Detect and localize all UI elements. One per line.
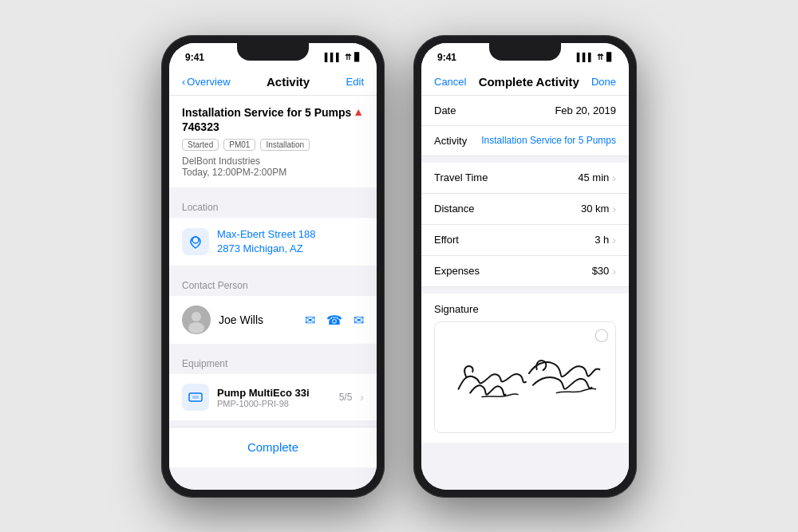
location-card[interactable]: Max-Ebert Street 188 2873 Michigan, AZ [169,218,377,266]
equipment-count: 5/5 [339,392,353,403]
distance-value: 30 km [581,203,609,215]
tag-pm01: PM01 [223,139,255,151]
expenses-row[interactable]: Expenses $30 › [421,256,629,287]
company-name: DelBont Industries [182,156,364,167]
notch-right [489,43,561,61]
location-map-icon [182,228,209,255]
svg-point-3 [188,322,204,333]
equipment-id: PMP-1000-PRI-98 [217,399,331,408]
left-screen-content: Installation Service for 5 Pumps 746323 … [169,96,377,490]
tags-row: Started PM01 Installation [182,139,364,151]
activity-time: Today, 12:00PM-2:00PM [182,167,364,178]
date-label: Date [434,104,456,116]
right-phone: 9:41 ▌▌▌ ⇈ ▊ Cancel Complete Activity Do… [413,35,637,498]
effort-value: 3 h [595,234,609,246]
left-phone: 9:41 ▌▌▌ ⇈ ▊ ‹ Overview Activity Edit [161,35,385,498]
divider2 [421,287,629,294]
distance-chevron-icon: › [612,203,616,215]
equipment-label: Equipment [169,350,377,374]
svg-rect-5 [192,396,199,399]
date-value: Feb 20, 2019 [555,104,616,116]
address-line2[interactable]: 2873 Michigan, AZ [217,242,316,256]
activity-field-value: Installation Service for 5 Pumps [481,135,616,146]
expenses-value: $30 [592,265,610,277]
left-status-icons: ▌▌▌ ⇈ ▊ [325,53,361,61]
equipment-info: Pump MultiEco 33i PMP-1000-PRI-98 [217,387,331,408]
contact-card: Joe Wills ✉ ☎ ✉ [169,296,377,344]
edit-button[interactable]: Edit [346,76,364,88]
equipment-name: Pump MultiEco 33i [217,387,331,399]
notch [237,43,309,61]
right-nav-title: Complete Activity [479,75,579,89]
distance-label: Distance [434,203,475,215]
right-time: 9:41 [437,52,456,63]
tag-started: Started [182,139,219,151]
svg-point-2 [192,312,201,321]
signature-section: Signature ◯ [421,294,629,443]
travel-time-value: 45 min [578,171,609,183]
expenses-chevron-icon: › [612,265,616,278]
right-screen-content: Date Feb 20, 2019 Activity Installation … [421,96,629,490]
alert-icon: ▲ [353,105,364,118]
wifi-icon: ⇈ [345,53,351,61]
email-icon[interactable]: ✉ [354,313,364,328]
right-wifi-icon: ⇈ [597,53,603,61]
location-label: Location [169,194,377,218]
complete-button[interactable]: Complete [182,440,364,454]
contact-label: Contact Person [169,272,377,296]
activity-title: Installation Service for 5 Pumps 746323 [182,105,351,134]
effort-chevron-icon: › [612,234,616,246]
signature-drawing [435,322,615,432]
distance-row[interactable]: Distance 30 km › [421,194,629,225]
signal-bars-icon: ▌▌▌ [325,53,342,61]
signature-box[interactable]: ◯ [434,321,616,433]
location-text: Max-Ebert Street 188 2873 Michigan, AZ [217,227,316,256]
contact-avatar [182,305,211,334]
divider1 [421,156,629,163]
travel-chevron-icon: › [612,171,616,184]
chevron-left-icon: ‹ [182,76,185,88]
left-nav-bar: ‹ Overview Activity Edit [169,69,377,96]
tag-installation: Installation [260,139,310,151]
activity-row: Activity Installation Service for 5 Pump… [421,126,629,156]
signature-label: Signature [434,303,616,315]
message-icon[interactable]: ✉ [305,313,315,328]
activity-field-label: Activity [434,135,467,147]
travel-time-label: Travel Time [434,171,488,183]
right-nav-bar: Cancel Complete Activity Done [421,69,629,96]
address-line1[interactable]: Max-Ebert Street 188 [217,227,316,242]
effort-label: Effort [434,234,459,246]
activity-card: Installation Service for 5 Pumps 746323 … [169,96,377,187]
equipment-chevron-icon: › [360,391,364,404]
effort-row[interactable]: Effort 3 h › [421,225,629,256]
cancel-button[interactable]: Cancel [434,76,466,88]
travel-time-row[interactable]: Travel Time 45 min › [421,163,629,194]
right-status-icons: ▌▌▌ ⇈ ▊ [577,53,613,61]
back-button[interactable]: ‹ Overview [182,76,231,88]
complete-button-area: Complete [169,427,377,467]
expenses-label: Expenses [434,265,480,277]
battery-icon: ▊ [354,53,361,61]
date-row: Date Feb 20, 2019 [421,96,629,126]
contact-name: Joe Wills [219,313,297,326]
contact-actions: ✉ ☎ ✉ [305,313,364,328]
equipment-icon [182,384,209,411]
equipment-card[interactable]: Pump MultiEco 33i PMP-1000-PRI-98 5/5 › [169,374,377,420]
done-button[interactable]: Done [591,76,616,88]
clear-signature-button[interactable]: ◯ [595,327,609,342]
left-time: 9:41 [185,52,204,63]
right-battery-icon: ▊ [606,53,613,61]
right-signal-icon: ▌▌▌ [577,53,594,61]
phone-icon[interactable]: ☎ [326,313,342,328]
left-nav-title: Activity [267,75,310,89]
